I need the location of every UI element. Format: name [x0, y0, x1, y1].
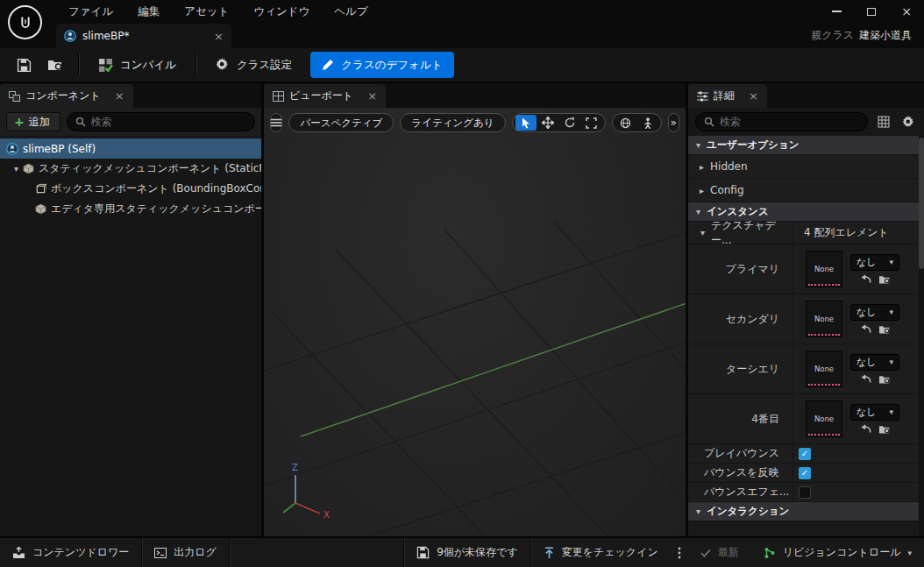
- tree-item-editoronly-staticmesh[interactable]: エディタ専用スタティックメッシュコンポー: [0, 199, 261, 219]
- asset-select-dropdown[interactable]: なし ▾: [850, 404, 899, 421]
- rotate-tool-button[interactable]: [559, 115, 580, 131]
- class-defaults-button[interactable]: クラスのデフォルト: [310, 52, 453, 78]
- texture-thumbnail[interactable]: None: [806, 301, 842, 337]
- staticmesh-icon: [23, 163, 34, 174]
- tree-item-slimebp-self[interactable]: slimeBP (Self): [0, 138, 261, 159]
- minimize-button[interactable]: [819, 0, 854, 23]
- thumbnail-none-label: None: [814, 415, 834, 423]
- viewport-toolbar: パースペクティブ ライティングあり: [270, 113, 679, 132]
- compile-button[interactable]: コンパイル: [87, 52, 188, 78]
- chevron-down-icon: ▾: [889, 358, 893, 366]
- close-button[interactable]: ×: [889, 0, 924, 23]
- asset-select-dropdown[interactable]: なし ▾: [850, 304, 899, 321]
- checkbox[interactable]: [799, 448, 811, 460]
- scrollbar-thumb[interactable]: [919, 138, 924, 269]
- revision-control-button[interactable]: リビジョンコントロール ▾: [751, 538, 924, 567]
- plus-icon: +: [14, 116, 25, 128]
- tab-close-icon[interactable]: ×: [115, 89, 124, 103]
- check-in-changes-button[interactable]: 変更をチェックイン: [531, 538, 671, 567]
- asset-select-dropdown[interactable]: なし ▾: [850, 254, 899, 271]
- sync-latest-button[interactable]: 最新: [688, 538, 751, 567]
- scale-tool-button[interactable]: [581, 115, 602, 131]
- save-all-icon: [416, 546, 430, 559]
- save-button[interactable]: [9, 52, 39, 78]
- row-hidden[interactable]: ▸ Hidden: [688, 155, 924, 179]
- category-interaction[interactable]: ▾ インタラクション: [688, 502, 924, 521]
- browse-asset-button[interactable]: [40, 52, 70, 78]
- class-settings-button[interactable]: クラス設定: [204, 52, 303, 78]
- texture-thumbnail[interactable]: None: [806, 251, 842, 287]
- unreal-logo-icon[interactable]: [8, 5, 42, 39]
- asset-select-dropdown[interactable]: なし ▾: [850, 354, 899, 371]
- tab-close-icon[interactable]: ×: [367, 89, 377, 103]
- menu-asset[interactable]: アセット: [172, 0, 241, 23]
- use-selected-asset-icon[interactable]: [860, 274, 871, 285]
- texture-element-label: ターシエリ: [726, 362, 779, 377]
- check-icon: [700, 549, 711, 557]
- expander-icon[interactable]: ▾: [14, 164, 18, 174]
- caret-right-icon[interactable]: ▸: [700, 162, 704, 172]
- components-search-input[interactable]: [91, 116, 246, 128]
- world-globe-button[interactable]: [615, 115, 636, 131]
- details-scrollbar[interactable]: [919, 136, 924, 536]
- components-tree: slimeBP (Self) ▾ スタティックメッシュコンポーネント (Stat…: [0, 136, 261, 536]
- browse-to-asset-icon[interactable]: [878, 324, 891, 335]
- gear-icon: [902, 116, 915, 129]
- browse-to-asset-icon[interactable]: [878, 274, 891, 285]
- tab-close-icon[interactable]: ×: [749, 89, 758, 103]
- checkbox[interactable]: [799, 486, 811, 499]
- perspective-dropdown[interactable]: パースペクティブ: [288, 113, 394, 132]
- components-search[interactable]: [67, 112, 255, 131]
- details-search[interactable]: [695, 112, 868, 131]
- caret-right-icon[interactable]: ▸: [700, 186, 704, 195]
- parent-class-link[interactable]: 建築小道具: [859, 28, 912, 43]
- close-icon: ×: [901, 4, 912, 18]
- class-settings-label: クラス設定: [237, 58, 292, 73]
- view-mode-dropdown[interactable]: ライティングあり: [400, 113, 505, 132]
- menu-file[interactable]: ファイル: [56, 0, 125, 23]
- menu-window[interactable]: ウィンドウ: [241, 0, 322, 23]
- details-settings-button[interactable]: [899, 113, 917, 131]
- content-drawer-button[interactable]: コンテンツドロワー: [0, 538, 141, 567]
- more-options-button[interactable]: [671, 538, 688, 567]
- use-selected-asset-icon[interactable]: [860, 374, 871, 385]
- viewport-menu-button[interactable]: [270, 113, 282, 132]
- browse-to-asset-icon[interactable]: [878, 424, 891, 435]
- components-panel: コンポーネント × + 追加: [0, 83, 261, 536]
- tab-components[interactable]: コンポーネント ×: [0, 84, 133, 108]
- tab-close-icon[interactable]: ×: [214, 30, 224, 43]
- details-search-input[interactable]: [720, 116, 859, 128]
- maximize-button[interactable]: [854, 0, 889, 23]
- use-selected-asset-icon[interactable]: [860, 324, 871, 335]
- tab-viewport[interactable]: ビューポート ×: [264, 84, 386, 108]
- add-component-button[interactable]: + 追加: [6, 112, 60, 131]
- menu-edit[interactable]: 編集: [125, 0, 172, 23]
- use-selected-asset-icon[interactable]: [860, 424, 871, 435]
- caret-down-icon[interactable]: ▾: [700, 228, 705, 237]
- unsaved-assets-button[interactable]: 9個が未保存です: [404, 538, 530, 567]
- asset-tab-label: slimeBP*: [82, 30, 208, 42]
- texture-array-row[interactable]: ▾ テクスチャデー... 4 配列エレメント: [688, 222, 924, 245]
- globe-icon: [620, 117, 631, 129]
- snap-toggle-button[interactable]: [637, 115, 658, 131]
- move-tool-button[interactable]: [537, 115, 558, 131]
- statusbar-spacer: [230, 538, 403, 567]
- select-tool-button[interactable]: [515, 115, 537, 131]
- tree-item-box-component[interactable]: ボックスコンポーネント (BoundingBoxCor: [0, 179, 261, 199]
- checkbox[interactable]: [799, 467, 811, 479]
- browse-to-asset-icon[interactable]: [878, 374, 891, 385]
- output-log-button[interactable]: 出力ログ: [142, 538, 229, 567]
- category-user-options[interactable]: ▾ ユーザーオプション: [688, 136, 924, 155]
- texture-thumbnail[interactable]: None: [806, 351, 842, 387]
- revision-control-icon: [764, 547, 776, 559]
- viewport-3d-view[interactable]: パースペクティブ ライティングあり: [264, 108, 686, 536]
- row-config[interactable]: ▸ Config: [688, 179, 924, 202]
- check-in-icon: [544, 547, 555, 559]
- tree-item-staticmesh-component[interactable]: ▾ スタティックメッシュコンポーネント (StaticM: [0, 159, 261, 179]
- viewport-toolbar-expand-button[interactable]: »: [668, 113, 680, 132]
- display-filter-button[interactable]: [875, 113, 892, 131]
- menu-help[interactable]: ヘルプ: [322, 0, 380, 23]
- tab-details[interactable]: 詳細 ×: [688, 84, 767, 108]
- asset-tab-slimebp[interactable]: slimeBP* ×: [56, 24, 231, 48]
- texture-thumbnail[interactable]: None: [806, 400, 842, 437]
